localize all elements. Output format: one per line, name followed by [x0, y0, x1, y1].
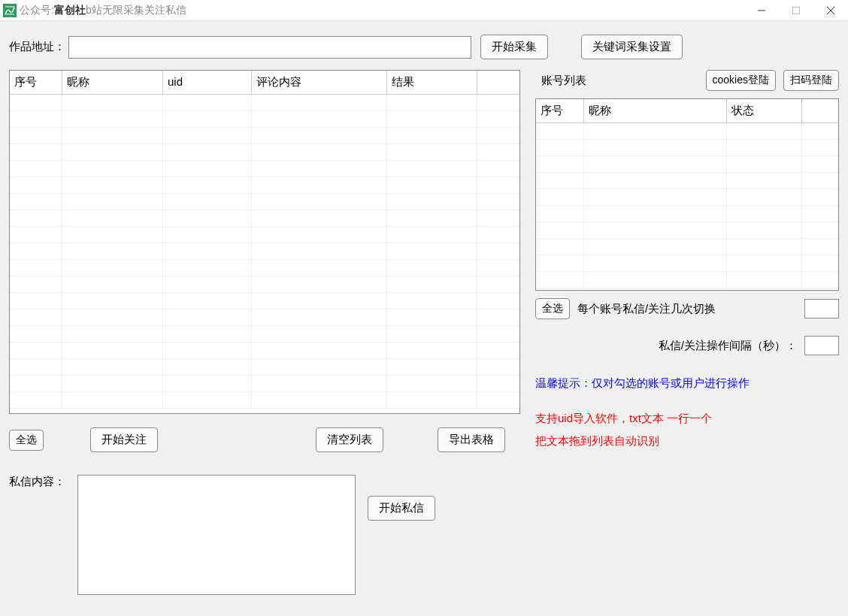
col-nickname: 昵称 [62, 71, 163, 95]
table-row [10, 161, 519, 177]
table-row [536, 140, 838, 156]
table-row [10, 343, 519, 359]
start-follow-button[interactable]: 开始关注 [90, 427, 158, 452]
acct-col-status: 状态 [727, 99, 802, 123]
keyword-settings-button[interactable]: 关键词采集设置 [581, 35, 683, 59]
table-row [536, 123, 838, 140]
accounts-grid[interactable]: 序号 昵称 状态 [535, 98, 839, 291]
table-row [536, 173, 838, 189]
table-row [536, 255, 838, 272]
comments-grid-body [10, 95, 519, 414]
table-row [10, 359, 519, 376]
col-index: 序号 [10, 71, 62, 95]
message-textarea[interactable] [77, 475, 356, 595]
switch-count-label: 每个账号私信/关注几次切换 [577, 302, 797, 316]
address-input[interactable] [68, 36, 471, 59]
window-controls [744, 0, 848, 21]
comments-grid-header: 序号 昵称 uid 评论内容 结果 [10, 71, 519, 95]
cookies-login-button[interactable]: cookies登陆 [706, 70, 776, 91]
table-row [10, 293, 519, 310]
export-table-button[interactable]: 导出表格 [438, 427, 505, 452]
hint-blue: 温馨提示：仅对勾选的账号或用户进行操作 [535, 376, 839, 391]
table-row [10, 194, 519, 210]
app-icon [3, 4, 17, 17]
table-row [10, 243, 519, 260]
scan-login-button[interactable]: 扫码登陆 [783, 70, 839, 91]
accounts-grid-header: 序号 昵称 状态 [536, 99, 838, 123]
address-label: 作品地址： [9, 40, 65, 54]
hint-red-line-1: 支持uid导入软件，txt文本 一行一个 [535, 407, 839, 430]
left-select-all-button[interactable]: 全选 [9, 430, 44, 451]
table-row [536, 156, 838, 173]
title-prefix: 公众号: [20, 4, 54, 17]
acct-col-nickname: 昵称 [584, 99, 727, 123]
comments-grid[interactable]: 序号 昵称 uid 评论内容 结果 [9, 70, 520, 414]
table-row [10, 144, 519, 161]
acct-col-index: 序号 [536, 99, 584, 123]
table-row [10, 326, 519, 343]
table-row [10, 111, 519, 128]
col-uid: uid [163, 71, 252, 95]
table-row [536, 189, 838, 206]
title-bold: 富创社 [54, 4, 86, 17]
titlebar: 公众号: 富创社 b站无限采集关注私信 [0, 0, 848, 21]
right-select-all-button[interactable]: 全选 [535, 298, 570, 319]
title-rest: b站无限采集关注私信 [86, 4, 186, 17]
table-row [10, 210, 519, 227]
message-label: 私信内容： [9, 475, 65, 489]
table-row [536, 239, 838, 255]
interval-label: 私信/关注操作间隔（秒）： [659, 339, 797, 353]
switch-count-input[interactable] [804, 299, 839, 319]
col-content: 评论内容 [252, 71, 387, 95]
clear-list-button[interactable]: 清空列表 [316, 427, 383, 452]
table-row [10, 392, 519, 409]
table-row [10, 376, 519, 392]
start-dm-button[interactable]: 开始私信 [368, 496, 435, 521]
hint-red: 支持uid导入软件，txt文本 一行一个 把文本拖到列表自动识别 [535, 407, 839, 452]
svg-rect-2 [793, 7, 800, 14]
table-row [10, 128, 519, 144]
table-row [536, 222, 838, 239]
hint-red-line-2: 把文本拖到列表自动识别 [535, 430, 839, 452]
table-row [536, 206, 838, 222]
close-button[interactable] [813, 0, 848, 21]
table-row [10, 95, 519, 111]
account-list-label: 账号列表 [535, 74, 586, 88]
table-row [536, 272, 838, 288]
col-result: 结果 [387, 71, 477, 95]
table-row [10, 177, 519, 194]
maximize-button[interactable] [779, 0, 813, 21]
interval-input[interactable] [804, 336, 839, 355]
table-row [10, 276, 519, 293]
table-row [10, 260, 519, 276]
minimize-button[interactable] [744, 0, 779, 21]
col-extra [477, 71, 519, 95]
accounts-grid-body [536, 123, 838, 291]
start-collect-button[interactable]: 开始采集 [480, 35, 548, 59]
table-row [10, 227, 519, 243]
table-row [10, 310, 519, 326]
acct-col-extra [802, 99, 838, 123]
